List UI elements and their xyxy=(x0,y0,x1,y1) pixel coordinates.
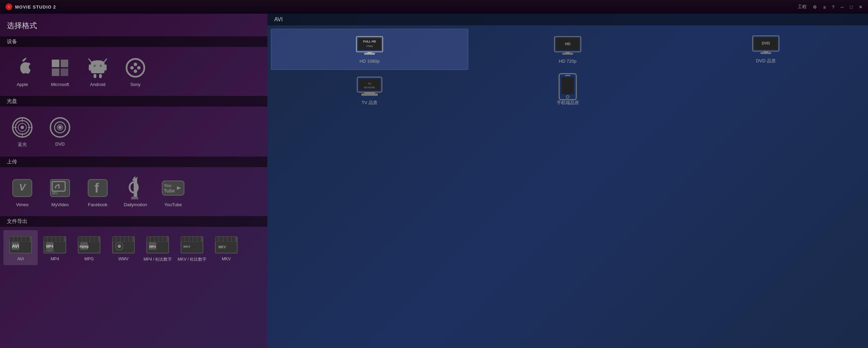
svg-text:MV: MV xyxy=(52,191,58,195)
svg-point-133 xyxy=(566,96,569,98)
svg-rect-8 xyxy=(89,64,91,71)
device-facebook[interactable]: f Facebook xyxy=(79,173,117,211)
format-dvd-quality[interactable]: DVD DVD 品质 xyxy=(667,29,865,70)
svg-rect-124 xyxy=(760,52,771,54)
svg-rect-129 xyxy=(364,92,375,94)
section-disc: 光盘 xyxy=(0,96,267,157)
svg-text:mpeg: mpeg xyxy=(80,245,89,248)
svg-point-83 xyxy=(118,245,121,248)
svg-rect-90 xyxy=(163,237,167,241)
format-mobile-quality[interactable]: 手机端品质 xyxy=(469,71,666,112)
svg-rect-96 xyxy=(185,237,189,241)
project-button[interactable]: 工程 xyxy=(798,4,807,10)
export-mpg[interactable]: mpeg MPG xyxy=(72,230,106,265)
export-mkv[interactable]: MKV MKV xyxy=(209,230,243,265)
main-content: 选择格式 设备 Apple xyxy=(0,14,868,348)
format-tv-quality[interactable]: TV NETWORK TV 品质 xyxy=(271,71,468,112)
close-button[interactable]: ✕ xyxy=(859,4,863,10)
svg-text:f: f xyxy=(95,181,99,195)
app-title: MOVIE STUDIO 2 xyxy=(15,4,56,10)
section-upload: 上传 V Vimeo xyxy=(0,157,267,216)
svg-text:NETWORK: NETWORK xyxy=(364,86,375,89)
svg-rect-106 xyxy=(228,237,231,241)
export-mp4dolby[interactable]: MP4 MP4 / 杜比数字 xyxy=(141,230,175,265)
youtube-label: YouTube xyxy=(164,202,182,207)
export-mp4[interactable]: MP4 VIDEO MP4 xyxy=(38,230,72,265)
svg-rect-95 xyxy=(181,237,184,241)
svg-point-14 xyxy=(126,59,144,77)
svg-point-15 xyxy=(134,63,137,66)
dailymotion-icon xyxy=(123,176,147,200)
device-myvideo[interactable]: MV MyVideo xyxy=(41,173,79,211)
svg-rect-119 xyxy=(562,53,573,54)
mkv-dolby-label: MKV / 杜比数字 xyxy=(178,257,206,262)
maximize-button[interactable]: □ xyxy=(850,4,853,10)
svg-text:MP4: MP4 xyxy=(46,245,53,248)
mkv-label: MKV xyxy=(222,257,231,261)
help-button[interactable]: ? xyxy=(832,4,834,10)
svg-rect-105 xyxy=(224,237,227,241)
device-dailymotion[interactable]: Dailymotion xyxy=(117,173,154,211)
section-header-devices: 设备 xyxy=(0,36,267,47)
device-microsoft[interactable]: Microsoft xyxy=(41,52,79,90)
svg-point-13 xyxy=(100,65,102,67)
mobile-quality-label: 手机端品质 xyxy=(557,100,579,106)
myvideo-icon: MV xyxy=(48,176,72,200)
svg-point-22 xyxy=(21,126,24,129)
export-wmv[interactable]: WMV xyxy=(106,230,141,265)
section-content-upload: V Vimeo MV xyxy=(0,167,267,216)
svg-rect-72 xyxy=(95,237,98,241)
svg-text:MKV: MKV xyxy=(218,245,226,249)
export-mkv-dolby[interactable]: MKV MKV / 杜比数字 xyxy=(175,230,209,265)
settings-button[interactable]: ⚙ xyxy=(813,4,817,10)
svg-rect-134 xyxy=(565,75,570,76)
font-button[interactable]: a xyxy=(823,4,825,10)
svg-rect-98 xyxy=(193,237,197,241)
svg-text:V: V xyxy=(19,182,26,192)
device-apple[interactable]: Apple xyxy=(3,52,41,90)
section-devices: 设备 Apple xyxy=(0,36,267,96)
svg-text:HD: HD xyxy=(565,42,570,46)
mp4-icon: MP4 VIDEO xyxy=(43,233,67,255)
device-youtube[interactable]: You Tube YouTube xyxy=(154,173,192,211)
device-bluray[interactable]: 蓝光 xyxy=(3,112,41,151)
device-dvd[interactable]: DVD xyxy=(41,112,79,151)
bluray-label: 蓝光 xyxy=(18,141,27,148)
svg-rect-62 xyxy=(60,237,64,241)
svg-rect-68 xyxy=(78,237,82,241)
svg-line-7 xyxy=(104,59,107,62)
section-header-disc: 光盘 xyxy=(0,96,267,107)
left-panel: 选择格式 设备 Apple xyxy=(0,14,267,348)
section-header-export: 文件导出 xyxy=(0,216,267,227)
section-export: 文件导出 xyxy=(0,216,267,269)
tv-quality-label: TV 品质 xyxy=(362,100,377,106)
format-hd1080p[interactable]: FULL HD 1080p HD 1080p xyxy=(271,29,468,70)
sony-icon xyxy=(123,56,147,80)
svg-rect-52 xyxy=(22,237,25,241)
svg-rect-104 xyxy=(219,237,223,241)
svg-rect-49 xyxy=(10,237,13,241)
format-hd720p[interactable]: HD HD 720p xyxy=(469,29,666,70)
svg-text:You: You xyxy=(164,183,171,188)
device-vimeo[interactable]: V Vimeo xyxy=(3,173,41,211)
section-header-upload: 上传 xyxy=(0,157,267,167)
svg-rect-107 xyxy=(232,237,235,241)
avi-icon: AVI xyxy=(9,233,33,255)
youtube-icon: You Tube xyxy=(161,176,185,200)
android-label: Android xyxy=(90,82,106,87)
export-avi[interactable]: AVI AVI xyxy=(3,230,38,265)
mp4dolby-icon: MP4 xyxy=(146,233,170,255)
device-android[interactable]: Android xyxy=(79,52,117,90)
svg-rect-70 xyxy=(86,237,90,241)
titlebar-right: 工程 ⚙ a ? ─ □ ✕ xyxy=(798,4,863,10)
dvd-disc-icon xyxy=(48,115,72,139)
svg-text:DVD: DVD xyxy=(762,41,770,45)
right-panel-title: AVI xyxy=(267,14,868,25)
wmv-label: WMV xyxy=(118,257,128,261)
minimize-button[interactable]: ─ xyxy=(841,4,844,10)
svg-text:MP4: MP4 xyxy=(149,245,156,248)
svg-rect-71 xyxy=(91,237,94,241)
svg-rect-81 xyxy=(129,237,132,241)
device-sony[interactable]: Sony xyxy=(117,52,154,90)
dvd-quality-icon: DVD xyxy=(752,35,780,55)
